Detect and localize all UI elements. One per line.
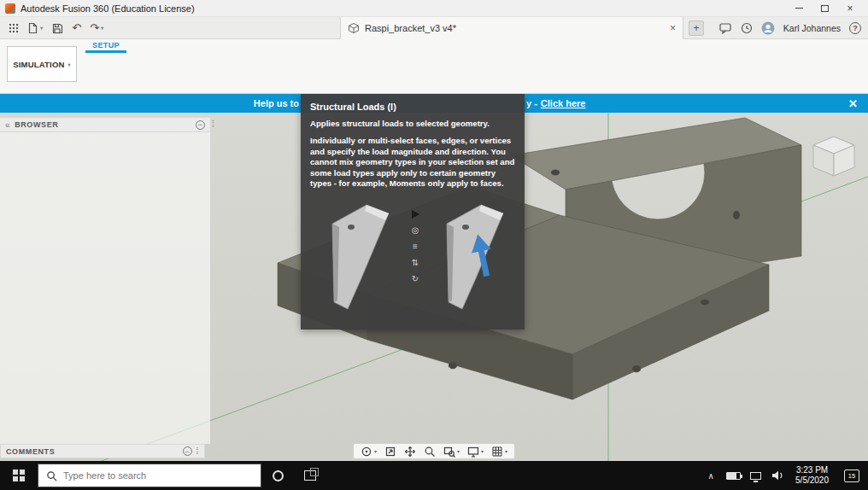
cortana-button[interactable] bbox=[261, 461, 294, 490]
document-tab-label: Raspi_bracket_v3 v4* bbox=[365, 23, 456, 33]
chevron-down-icon: ▾ bbox=[481, 448, 484, 454]
notification-center-button[interactable]: 15 bbox=[836, 461, 868, 490]
browser-panel: « BROWSER − bbox=[0, 118, 210, 444]
volume-icon[interactable] bbox=[766, 461, 789, 490]
look-at-tool[interactable] bbox=[384, 446, 396, 458]
browser-header: « BROWSER − bbox=[0, 118, 210, 132]
structural-loads-tooltip: Structural Loads (l) Applies structural … bbox=[301, 94, 525, 330]
bracket-after-image bbox=[447, 205, 503, 309]
tooltip-paragraph: Applies structural loads to selected geo… bbox=[310, 119, 515, 129]
application-toolbar: ▾ ↶ ↷▾ Raspi_bracket_v3 v4* × + Karl Joh… bbox=[0, 17, 868, 39]
menu-lines-icon: ≡ bbox=[413, 242, 418, 251]
comment-bubble-icon[interactable] bbox=[719, 22, 732, 34]
new-tab-button[interactable]: + bbox=[689, 20, 704, 36]
banner-close-icon[interactable]: ✕ bbox=[848, 94, 858, 113]
taskbar-search[interactable] bbox=[38, 464, 261, 487]
undo-button[interactable]: ↶ bbox=[72, 21, 81, 34]
ribbon: SIMULATION ▾ SETUP bbox=[0, 39, 868, 94]
clock-date: 5/5/2020 bbox=[795, 475, 829, 487]
tray-expand-icon[interactable]: ∧ bbox=[700, 461, 722, 490]
ribbon-tabs: SETUP bbox=[85, 39, 126, 53]
arrow-right-icon bbox=[412, 210, 419, 219]
search-input[interactable] bbox=[63, 470, 234, 481]
pan-tool[interactable] bbox=[404, 446, 416, 458]
document-tab[interactable]: Raspi_bracket_v3 v4* × bbox=[340, 17, 683, 39]
windows-logo-icon bbox=[13, 470, 25, 481]
avatar[interactable] bbox=[761, 21, 775, 35]
target-circle-icon: ◎ bbox=[412, 226, 419, 235]
quick-access-toolbar: ▾ ↶ ↷▾ bbox=[0, 21, 103, 34]
chevron-down-icon: ▾ bbox=[68, 61, 71, 67]
windows-taskbar: ∧ 3:23 PM 5/5/2020 15 bbox=[0, 461, 868, 490]
maximize-button[interactable] bbox=[812, 0, 837, 17]
window-controls: × bbox=[786, 0, 863, 17]
tab-setup[interactable]: SETUP bbox=[85, 40, 126, 53]
zoom-tool[interactable] bbox=[424, 446, 436, 458]
tooltip-illustration: ◎ ≡ ⇅ ↻ bbox=[310, 196, 515, 323]
fusion-window: Autodesk Fusion 360 (Education License) … bbox=[0, 0, 868, 490]
bracket-before-image bbox=[332, 205, 389, 309]
minimize-panel-icon[interactable]: − bbox=[196, 120, 205, 130]
battery-icon[interactable] bbox=[722, 461, 744, 490]
grid-settings-tool[interactable]: ▾ bbox=[491, 446, 507, 458]
start-button[interactable] bbox=[0, 461, 38, 490]
minimize-button[interactable] bbox=[786, 0, 812, 17]
rotate-arrow-icon: ↻ bbox=[412, 275, 419, 283]
up-down-icon: ⇅ bbox=[412, 259, 419, 267]
username[interactable]: Karl Johannes bbox=[783, 23, 841, 33]
clock-time: 3:23 PM bbox=[795, 465, 829, 476]
collapse-panel-icon[interactable]: « bbox=[5, 120, 10, 130]
network-icon[interactable] bbox=[744, 461, 766, 490]
minimize-panel-icon[interactable]: − bbox=[183, 446, 192, 456]
tab-close-icon[interactable]: × bbox=[670, 22, 676, 34]
window-title: Autodesk Fusion 360 (Education License) bbox=[21, 3, 195, 14]
orbit-tool[interactable]: ▾ bbox=[361, 446, 377, 458]
chevron-down-icon: ▾ bbox=[505, 448, 507, 454]
workspace-label: SIMULATION bbox=[13, 60, 64, 69]
save-button[interactable] bbox=[51, 22, 63, 34]
tooltip-title: Structural Loads (l) bbox=[310, 102, 515, 112]
chevron-down-icon: ▾ bbox=[40, 25, 43, 32]
cortana-icon bbox=[273, 470, 284, 481]
help-icon[interactable]: ? bbox=[849, 22, 861, 34]
panel-drag-handle[interactable]: ⁞ bbox=[196, 446, 199, 456]
banner-text-left: Help us to bbox=[0, 94, 299, 113]
titlebar: Autodesk Fusion 360 (Education License) … bbox=[0, 0, 868, 17]
chevron-down-icon: ▾ bbox=[374, 448, 377, 454]
banner-text-fragment: y - bbox=[526, 98, 537, 108]
view-cube[interactable] bbox=[813, 137, 854, 176]
job-status-icon[interactable] bbox=[741, 22, 753, 34]
tooltip-paragraph: Individually or multi-select faces, edge… bbox=[310, 136, 515, 189]
fusion-logo-icon bbox=[5, 3, 15, 14]
user-area: Karl Johannes ? bbox=[719, 21, 868, 35]
cube-icon bbox=[348, 22, 360, 34]
comments-panel: COMMENTS − ⁞ bbox=[0, 444, 205, 458]
chevron-down-icon: ▾ bbox=[101, 25, 103, 32]
comments-title: COMMENTS bbox=[6, 447, 55, 456]
system-tray: ∧ 3:23 PM 5/5/2020 15 bbox=[700, 461, 868, 490]
file-menu-icon[interactable]: ▾ bbox=[26, 22, 43, 34]
browser-title: BROWSER bbox=[15, 120, 58, 129]
redo-button[interactable]: ↷▾ bbox=[90, 21, 103, 34]
taskbar-clock[interactable]: 3:23 PM 5/5/2020 bbox=[789, 465, 836, 487]
app-grid-icon[interactable] bbox=[9, 23, 18, 32]
display-settings-tool[interactable]: ▾ bbox=[467, 446, 484, 458]
chevron-down-icon: ▾ bbox=[457, 448, 460, 454]
notification-count-badge: 15 bbox=[844, 470, 859, 482]
zoom-window-tool[interactable]: ▾ bbox=[443, 446, 460, 458]
tooltip-step-icons: ◎ ≡ ⇅ ↻ bbox=[409, 210, 421, 283]
close-button[interactable]: × bbox=[837, 0, 863, 17]
task-view-icon bbox=[304, 470, 316, 481]
view-navigation-toolbar: ▾ ▾ ▾ ▾ bbox=[353, 443, 515, 459]
browser-tree bbox=[0, 132, 210, 135]
banner-link[interactable]: Click here bbox=[541, 98, 586, 108]
task-view-button[interactable] bbox=[294, 461, 326, 490]
banner-text-right: y - Click here bbox=[526, 94, 585, 113]
panel-drag-handle[interactable]: ⁞ bbox=[212, 120, 214, 129]
workspace-selector[interactable]: SIMULATION ▾ bbox=[7, 46, 77, 82]
search-icon bbox=[46, 470, 57, 481]
